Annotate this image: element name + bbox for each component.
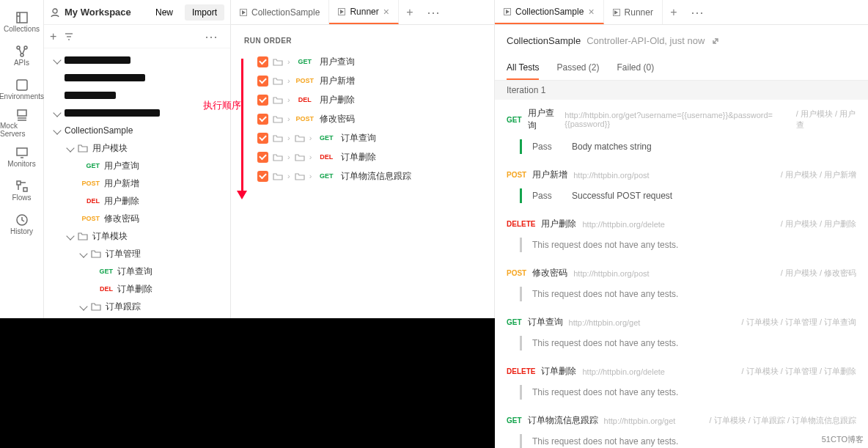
close-icon[interactable]: × — [588, 6, 594, 18]
nav-collections[interactable]: Collections — [0, 4, 43, 38]
workspace-title[interactable]: My Workspace — [65, 7, 144, 18]
more-icon[interactable]: ⋯ — [199, 29, 224, 45]
tree-folder-order-mgmt[interactable]: 订单管理 — [44, 245, 230, 262]
play-icon — [613, 9, 620, 16]
tree-request[interactable]: GET用户查询 — [44, 157, 230, 175]
result-request[interactable]: GET订单查询http://httpbin.org/get/ 订单模块 / 订单… — [495, 309, 868, 336]
folder-icon — [273, 95, 283, 105]
result-request[interactable]: DELETE订单删除http://httpbin.org/delete/ 订单模… — [495, 358, 868, 385]
tree-request[interactable]: POST修改密码 — [44, 210, 230, 227]
checkbox-icon[interactable] — [257, 152, 268, 163]
svg-rect-6 — [17, 148, 27, 155]
tree-redacted — [44, 51, 230, 69]
folder-icon — [78, 231, 88, 241]
tab-more-icon[interactable]: ⋯ — [421, 4, 446, 21]
crop-mask — [0, 318, 495, 448]
folder-icon — [295, 172, 305, 181]
tab-more-icon[interactable]: ⋯ — [685, 4, 710, 21]
nav-flows[interactable]: Flows — [0, 173, 43, 207]
result-title: CollectionSample — [507, 35, 581, 46]
folder-icon — [78, 143, 88, 153]
checkbox-icon[interactable] — [257, 56, 268, 67]
mock-icon — [15, 107, 29, 122]
result-request[interactable]: POST修改密码http://httpbin.org/post/ 用户模块 / … — [495, 260, 868, 287]
folder-icon — [273, 153, 283, 162]
folder-icon — [295, 133, 305, 143]
monitors-icon — [15, 145, 29, 160]
svg-rect-4 — [17, 80, 27, 90]
folder-icon — [295, 153, 305, 162]
tree-request[interactable]: POST用户新增 — [44, 175, 230, 192]
tree-request[interactable]: GET订单查询 — [44, 262, 230, 280]
history-icon — [15, 213, 29, 227]
tree-folder-orders[interactable]: 订单模块 — [44, 227, 230, 245]
run-order-item[interactable]: ››GET订单物流信息跟踪 — [257, 166, 494, 186]
result-request[interactable]: DELETE用户删除http://httpbin.org/delete/ 用户模… — [495, 210, 868, 238]
folder-icon — [273, 133, 283, 143]
svg-rect-5 — [18, 110, 26, 116]
environments-icon — [15, 78, 29, 92]
tab[interactable]: CollectionSample — [231, 0, 329, 24]
checkbox-icon[interactable] — [257, 171, 268, 182]
tab[interactable]: Runner — [604, 0, 663, 24]
link-icon[interactable] — [710, 36, 721, 46]
result-request[interactable]: POST用户新增http://httpbin.org/post/ 用户模块 / … — [495, 161, 868, 188]
tree-folder-users[interactable]: 用户模块 — [44, 139, 230, 157]
watermark: 51CTO博客 — [822, 434, 864, 445]
checkbox-icon[interactable] — [257, 133, 268, 144]
tree-redacted — [44, 69, 230, 87]
folder-icon — [273, 57, 283, 67]
nav-monitors[interactable]: Monitors — [0, 139, 43, 173]
folder-icon — [91, 301, 101, 312]
run-order-label: RUN ORDER — [231, 25, 494, 52]
svg-point-3 — [21, 54, 23, 56]
svg-point-10 — [53, 9, 57, 13]
tree-collection[interactable]: CollectionSample — [44, 122, 230, 139]
tree-folder-order-track[interactable]: 订单跟踪 — [44, 298, 230, 315]
add-tab[interactable]: + — [663, 6, 685, 19]
arrow-annotation: 执行顺序 — [237, 59, 247, 199]
iteration-label: Iteration 1 — [495, 81, 868, 100]
filter-all[interactable]: All Tests — [507, 56, 539, 80]
run-order-item[interactable]: ›POST用户新增 — [257, 71, 494, 90]
tab[interactable]: Runner× — [329, 0, 399, 24]
svg-rect-7 — [17, 181, 21, 185]
tree-request[interactable]: DEL订单删除 — [44, 280, 230, 298]
result-assertion: This request does not have any tests. — [495, 238, 868, 260]
filter-icon[interactable] — [64, 32, 74, 42]
close-icon[interactable]: × — [383, 6, 389, 18]
tree-request[interactable]: DEL用户删除 — [44, 192, 230, 210]
apis-icon — [15, 44, 29, 59]
checkbox-icon[interactable] — [257, 76, 268, 87]
nav-apis[interactable]: APIs — [0, 38, 43, 72]
result-assertion: This request does not have any tests. — [495, 434, 868, 448]
nav-mock[interactable]: Mock Servers — [0, 106, 43, 139]
nav-environments[interactable]: Environments — [0, 72, 43, 106]
run-order-item[interactable]: ››GET订单查询 — [257, 128, 494, 147]
result-assertion: This request does not have any tests. — [495, 385, 868, 407]
import-button[interactable]: Import — [185, 4, 224, 21]
checkbox-icon[interactable] — [257, 114, 268, 125]
run-order-item[interactable]: ›GET用户查询 — [257, 52, 494, 71]
folder-icon — [273, 172, 283, 181]
filter-failed[interactable]: Failed (0) — [617, 56, 655, 80]
play-icon — [240, 9, 247, 16]
collections-icon — [15, 10, 29, 25]
run-order-item[interactable]: ›DEL用户删除 — [257, 90, 494, 109]
tab[interactable]: CollectionSample× — [495, 0, 604, 24]
flows-icon — [15, 179, 29, 194]
folder-icon — [91, 249, 101, 259]
folder-icon — [273, 76, 283, 86]
run-order-item[interactable]: ›POST修改密码 — [257, 109, 494, 128]
add-icon[interactable]: + — [50, 30, 56, 43]
run-order-item[interactable]: ››DEL订单删除 — [257, 147, 494, 166]
result-request[interactable]: GET订单物流信息跟踪http://httpbin.org/get/ 订单模块 … — [495, 407, 868, 434]
svg-rect-0 — [17, 12, 27, 23]
new-button[interactable]: New — [148, 4, 180, 21]
nav-history[interactable]: History — [0, 207, 43, 240]
add-tab[interactable]: + — [399, 6, 421, 19]
result-env: Controller-API-Old, just now — [586, 35, 705, 46]
filter-passed[interactable]: Passed (2) — [556, 56, 599, 80]
checkbox-icon[interactable] — [257, 95, 268, 106]
result-request[interactable]: GET用户查询http://httpbin.org/get?username={… — [495, 100, 868, 139]
